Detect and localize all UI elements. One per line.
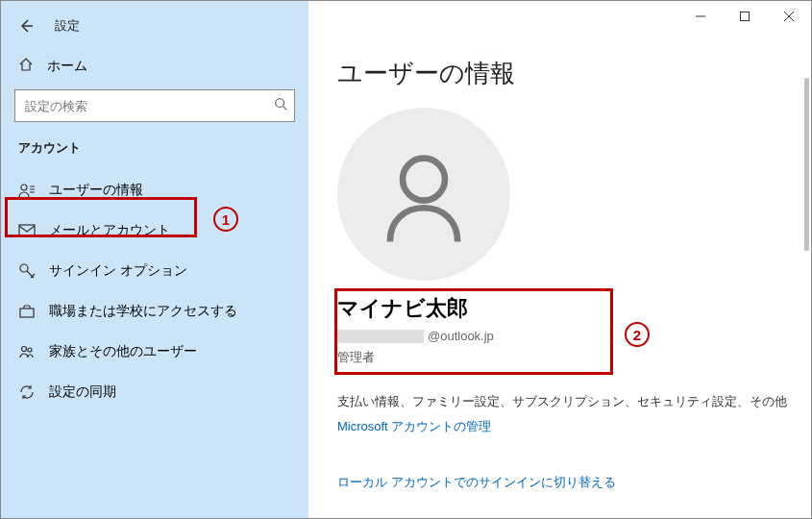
mail-icon	[18, 222, 36, 239]
sidebar-item-signin-options[interactable]: サインイン オプション	[1, 251, 308, 291]
sidebar-item-label: 職場または学校にアクセスする	[49, 303, 237, 320]
manage-ms-account-link[interactable]: Microsoft アカウントの管理	[337, 418, 491, 435]
avatar	[337, 108, 510, 281]
page-title: ユーザーの情報	[337, 57, 811, 90]
people-icon	[18, 343, 36, 360]
user-detail-icon	[18, 182, 36, 199]
svg-rect-7	[741, 12, 750, 21]
sidebar-item-your-info[interactable]: ユーザーの情報	[1, 170, 308, 210]
sidebar-item-label: 設定の同期	[49, 383, 116, 401]
user-email: @outlook.jp	[337, 329, 811, 343]
svg-rect-2	[19, 225, 35, 236]
scrollbar[interactable]	[804, 78, 809, 251]
search-box[interactable]	[14, 89, 295, 122]
home-icon	[18, 57, 34, 76]
window-controls	[678, 1, 811, 32]
sidebar-item-work-school[interactable]: 職場または学校にアクセスする	[1, 291, 308, 332]
sidebar-group-label: アカウント	[1, 139, 308, 170]
svg-point-0	[276, 99, 284, 108]
content-pane: ユーザーの情報 マイナビ太郎 @outlook.jp 管理者 支払い情報、ファミ…	[308, 1, 811, 518]
switch-local-account-link[interactable]: ローカル アカウントでのサインインに切り替える	[337, 474, 616, 491]
email-masked-part	[337, 330, 424, 343]
settings-window: 設定 ホーム アカウント ユーザーの情報 メールとアカウント	[0, 0, 812, 519]
sidebar-item-email[interactable]: メールとアカウント	[1, 210, 308, 251]
search-input[interactable]	[14, 89, 295, 122]
home-nav[interactable]: ホーム	[1, 51, 308, 89]
sidebar-item-label: ユーザーの情報	[49, 182, 143, 199]
maximize-button[interactable]	[723, 1, 767, 32]
search-icon	[274, 97, 287, 114]
svg-point-1	[21, 185, 27, 190]
sidebar-item-label: サインイン オプション	[49, 262, 187, 280]
window-title: 設定	[55, 17, 80, 35]
svg-point-5	[22, 347, 27, 352]
svg-point-3	[20, 264, 28, 272]
sidebar-item-label: メールとアカウント	[49, 222, 170, 239]
user-role: 管理者	[337, 349, 811, 366]
sidebar-item-family[interactable]: 家族とその他のユーザー	[1, 332, 308, 372]
briefcase-icon	[18, 303, 36, 320]
sync-icon	[18, 383, 36, 401]
svg-point-8	[403, 159, 445, 201]
sidebar-item-label: 家族とその他のユーザー	[49, 343, 197, 360]
sidebar-item-sync[interactable]: 設定の同期	[1, 372, 308, 412]
account-description: 支払い情報、ファミリー設定、サブスクリプション、セキュリティ設定、その他	[337, 393, 811, 410]
user-name: マイナビ太郎	[337, 294, 811, 323]
svg-rect-4	[20, 309, 34, 317]
close-button[interactable]	[767, 1, 811, 32]
titlebar: 設定	[1, 9, 308, 51]
sidebar: 設定 ホーム アカウント ユーザーの情報 メールとアカウント	[1, 1, 308, 518]
email-domain: @outlook.jp	[428, 329, 494, 343]
back-button[interactable]	[14, 14, 37, 37]
minimize-button[interactable]	[678, 1, 723, 32]
home-label: ホーム	[47, 58, 87, 75]
svg-point-6	[28, 348, 32, 352]
key-icon	[18, 262, 36, 280]
